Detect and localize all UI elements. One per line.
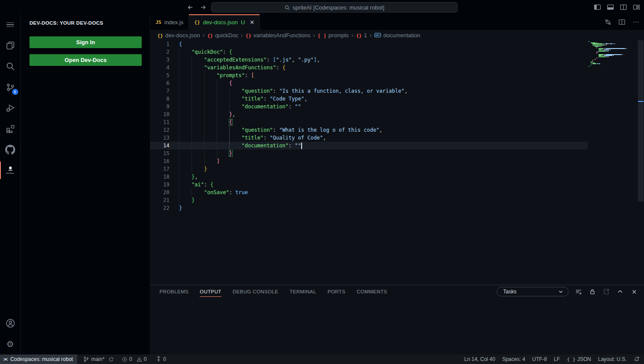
line-number[interactable]: 20 xyxy=(150,188,169,196)
ports-indicator[interactable]: 0 xyxy=(156,356,166,362)
code-line[interactable]: 6{ xyxy=(150,79,588,87)
breadcrumb-item-variablesAndFunctions[interactable]: {}variablesAndFunctions xyxy=(246,32,311,39)
code-line[interactable]: 17} xyxy=(150,165,588,173)
line-number[interactable]: 18 xyxy=(150,173,169,181)
open-dev-docs-button[interactable]: Open Dev-Docs xyxy=(29,54,142,66)
line-number[interactable]: 15 xyxy=(150,150,169,157)
line-number[interactable]: 13 xyxy=(150,134,169,142)
command-center-search[interactable]: spriteAI [Codespaces: musical robot] xyxy=(211,2,458,13)
forward-button[interactable] xyxy=(199,3,207,11)
back-button[interactable] xyxy=(186,3,194,11)
eol[interactable]: LF xyxy=(554,356,560,362)
line-number[interactable]: 3 xyxy=(150,56,169,64)
code-line[interactable]: 18}, xyxy=(150,173,588,181)
panel-tab-terminal[interactable]: TERMINAL xyxy=(289,285,316,298)
code-line[interactable]: 1{ xyxy=(150,40,588,48)
open-output-in-editor-icon[interactable] xyxy=(602,288,610,296)
line-number[interactable]: 10 xyxy=(150,110,169,118)
remote-indicator[interactable]: >< Codespaces: musical robot xyxy=(0,354,77,364)
code-line[interactable]: 22} xyxy=(150,204,588,212)
activity-item-github[interactable] xyxy=(0,139,21,160)
maximize-panel-icon[interactable] xyxy=(616,288,624,296)
code-line[interactable]: 21} xyxy=(150,196,588,204)
encoding[interactable]: UTF-8 xyxy=(532,356,547,362)
code-line[interactable]: 2"quickDoc": { xyxy=(150,48,588,56)
notifications-bell[interactable] xyxy=(634,356,640,362)
line-number[interactable]: 8 xyxy=(150,95,169,103)
code-line[interactable]: 3"acceptedExtensions": [".js", ".py"], xyxy=(150,56,588,64)
toggle-secondary-sidebar-icon[interactable] xyxy=(619,3,628,12)
code-line[interactable]: 10}, xyxy=(150,110,588,118)
code-editor[interactable]: 1{2"quickDoc": {3"acceptedExtensions": [… xyxy=(150,40,644,299)
code-line[interactable]: 16] xyxy=(150,157,588,165)
output-channel-select[interactable]: Tasks xyxy=(497,287,569,296)
editor-scrollbar[interactable] xyxy=(637,40,644,299)
line-number[interactable]: 12 xyxy=(150,126,169,134)
panel-tab-output[interactable]: OUTPUT xyxy=(200,285,221,298)
activity-item-menu[interactable] xyxy=(0,14,21,35)
line-number[interactable]: 22 xyxy=(150,204,169,212)
code-line[interactable]: 13"title": "Quality of Code", xyxy=(150,134,588,142)
close-tab-icon[interactable]: ✕ xyxy=(250,19,254,26)
panel-tab-debug-console[interactable]: DEBUG CONSOLE xyxy=(233,285,279,298)
code-line[interactable]: 19"ai": { xyxy=(150,181,588,188)
customize-layout-icon[interactable] xyxy=(632,3,641,12)
keyboard-layout[interactable]: Layout: U.S. xyxy=(598,356,627,362)
line-number[interactable]: 19 xyxy=(150,181,169,188)
split-editor-icon[interactable] xyxy=(618,18,626,26)
activity-item-source-control[interactable]: 5 xyxy=(0,77,21,98)
line-number[interactable]: 11 xyxy=(150,118,169,126)
problems-indicator[interactable]: 0 0 xyxy=(122,356,146,362)
code-line[interactable]: 12"question": "What is the log o of this… xyxy=(150,126,588,134)
line-number[interactable]: 4 xyxy=(150,64,169,72)
code-line[interactable]: 7"question": "Is this a function, class,… xyxy=(150,87,588,95)
line-number[interactable]: 16 xyxy=(150,157,169,165)
breadcrumb-item-prompts[interactable]: [ ]prompts xyxy=(318,32,349,39)
line-number[interactable]: 2 xyxy=(150,48,169,56)
close-panel-icon[interactable] xyxy=(630,288,638,296)
line-number[interactable]: 6 xyxy=(150,79,169,87)
activity-item-settings[interactable]: ⚙ xyxy=(0,334,21,354)
line-number[interactable]: 17 xyxy=(150,165,169,173)
tab-index.js[interactable]: JSindex.js xyxy=(150,14,189,30)
branch-indicator[interactable]: main* xyxy=(83,356,114,362)
more-actions-icon[interactable]: ⋯ xyxy=(632,18,640,26)
scrollbar-slider[interactable] xyxy=(638,40,644,202)
cursor-position[interactable]: Ln 14, Col 40 xyxy=(464,356,495,362)
indentation[interactable]: Spaces: 4 xyxy=(502,356,525,362)
clear-output-icon[interactable] xyxy=(575,288,582,296)
breadcrumb-item-dev-docs.json[interactable]: {}dev-docs.json xyxy=(157,32,200,39)
open-changes-icon[interactable] xyxy=(604,18,612,26)
code-line[interactable]: 9"documentation": "" xyxy=(150,103,588,110)
breadcrumb-item-quickDoc[interactable]: {}quickDoc xyxy=(207,32,238,39)
toggle-sidebar-icon[interactable] xyxy=(593,3,602,12)
breadcrumb-item-1[interactable]: {}1 xyxy=(356,32,367,39)
activity-item-run-debug[interactable] xyxy=(0,98,21,118)
toggle-panel-icon[interactable] xyxy=(606,3,615,12)
breadcrumb-item-documentation[interactable]: abcdocumentation xyxy=(374,32,420,39)
code-line[interactable]: 20"onSave": true xyxy=(150,188,588,196)
sign-in-button[interactable]: Sign In xyxy=(29,36,142,48)
tab-dev-docs.json[interactable]: {}dev-docs.jsonU✕ xyxy=(189,14,260,30)
code-line[interactable]: 15} xyxy=(150,150,588,157)
line-number[interactable]: 14 xyxy=(150,142,169,150)
activity-item-account[interactable] xyxy=(0,313,21,334)
line-number[interactable]: 9 xyxy=(150,103,169,110)
activity-item-extensions[interactable] xyxy=(0,118,21,139)
code-line[interactable]: 11{ xyxy=(150,118,588,126)
code-line[interactable]: 14"documentation": "" xyxy=(150,142,588,150)
activity-item-dev-docs[interactable]: Dev-Docs xyxy=(0,160,21,181)
lock-icon[interactable] xyxy=(589,288,596,296)
code-line[interactable]: 8"title": "Code Type", xyxy=(150,95,588,103)
panel-tab-problems[interactable]: PROBLEMS xyxy=(159,285,189,298)
panel-tab-comments[interactable]: COMMENTS xyxy=(357,285,387,298)
line-number[interactable]: 7 xyxy=(150,87,169,95)
minimap[interactable] xyxy=(588,40,637,299)
panel-tab-ports[interactable]: PORTS xyxy=(328,285,345,298)
line-number[interactable]: 5 xyxy=(150,72,169,79)
code-line[interactable]: 5"prompts": [ xyxy=(150,72,588,79)
line-number[interactable]: 21 xyxy=(150,196,169,204)
code-line[interactable]: 4"variablesAndFunctions": { xyxy=(150,64,588,72)
language-mode[interactable]: { } JSON xyxy=(567,356,591,362)
activity-item-search[interactable] xyxy=(0,56,21,77)
